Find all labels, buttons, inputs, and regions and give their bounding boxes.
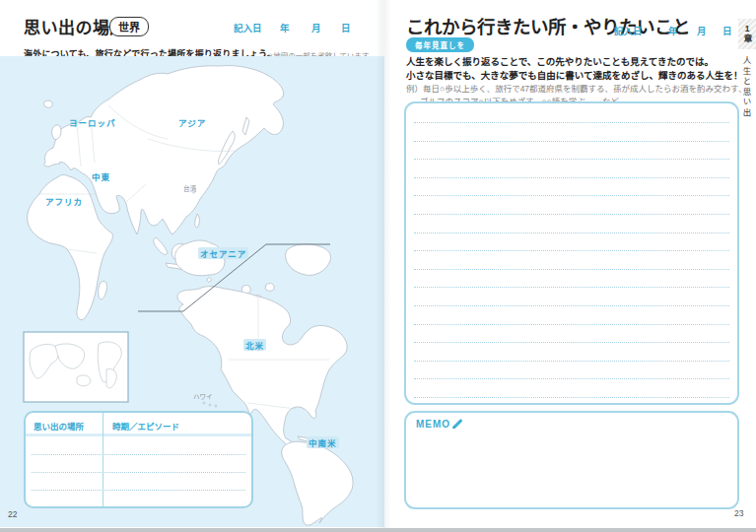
page-number-left: 22 <box>8 509 17 519</box>
left-date-month[interactable]: 月 <box>311 21 321 34</box>
goals-writing-area[interactable] <box>404 101 739 405</box>
left-date-year[interactable]: 年 <box>280 21 290 34</box>
table-writing-line[interactable] <box>32 454 245 455</box>
writing-line[interactable] <box>414 378 729 379</box>
table-header-episode: 時期／エピソード <box>112 420 179 432</box>
page-number-right: 23 <box>734 508 743 518</box>
writing-line[interactable] <box>414 287 729 288</box>
world-map: ヨーロッパ アジア 中東 アフリカ オセアニア 北米 中南米 台湾 ハワイ 思い… <box>0 56 384 527</box>
writing-line[interactable] <box>414 122 729 123</box>
intro-line-1: 人生を楽しく振り返ることで、この先やりたいことも見えてきたのでは。 <box>406 55 742 69</box>
right-page-title: これから行きたい所・やりたいこと <box>406 13 690 38</box>
right-date-year[interactable]: 年 <box>668 24 678 37</box>
map-label-middle-east: 中東 <box>92 170 110 182</box>
chapter-tab-title: 人生と思い出 <box>740 56 752 118</box>
writing-line[interactable] <box>414 195 729 196</box>
map-inset <box>24 332 128 402</box>
right-date-day[interactable]: 日 <box>722 24 732 37</box>
right-date-month[interactable]: 月 <box>697 24 707 37</box>
writing-line[interactable] <box>414 269 729 270</box>
map-label-latin-america: 中南米 <box>307 436 339 448</box>
map-label-asia: アジア <box>178 116 206 128</box>
left-date-day[interactable]: 日 <box>341 21 351 34</box>
writing-line[interactable] <box>414 214 729 215</box>
map-label-oceania: オセアニア <box>198 247 248 259</box>
writing-line[interactable] <box>414 361 729 362</box>
writing-line[interactable] <box>414 342 729 343</box>
writing-line[interactable] <box>414 250 729 251</box>
page-bottom-edge <box>0 528 756 532</box>
writing-line[interactable] <box>414 159 729 160</box>
table-header-place: 思い出の場所 <box>34 420 84 432</box>
map-label-europe: ヨーロッパ <box>69 116 116 128</box>
table-writing-line[interactable] <box>32 472 245 473</box>
writing-line[interactable] <box>414 397 729 398</box>
right-date-label: 記入日 <box>614 24 643 37</box>
writing-line[interactable] <box>414 141 729 142</box>
example-line-1: 例）毎日○歩以上歩く、旅行で47都道府県を制覇する、孫が成人したらお酒を酌み交わ… <box>406 83 746 96</box>
memo-label: MEMO <box>416 419 450 430</box>
right-intro-text: 人生を楽しく振り返ることで、この先やりたいことも見えてきたのでは。 小さな目標で… <box>406 55 742 82</box>
left-date-label: 記入日 <box>234 21 262 34</box>
memo-box[interactable]: MEMO <box>404 411 739 509</box>
table-header-band <box>26 433 251 436</box>
review-yearly-badge: 毎年見直しを <box>406 37 474 52</box>
intro-line-2: 小さな目標でも、大きな夢でも自由に書いて達成をめざし、輝きのある人生を！ <box>406 69 742 83</box>
chapter-tab-number[interactable]: 1章 <box>738 19 756 49</box>
table-writing-line[interactable] <box>32 490 245 491</box>
writing-line[interactable] <box>414 305 729 306</box>
map-label-north-america: 北米 <box>243 339 266 351</box>
pencil-icon <box>451 418 463 430</box>
left-title-tag-world: 世界 <box>109 17 149 36</box>
writing-line[interactable] <box>414 177 729 178</box>
writing-line[interactable] <box>414 233 729 233</box>
memory-places-table[interactable]: 思い出の場所 時期／エピソード <box>24 411 253 508</box>
map-label-hawaii: ハワイ <box>193 391 213 401</box>
table-column-divider <box>103 413 103 506</box>
map-label-africa: アフリカ <box>45 195 83 207</box>
writing-line[interactable] <box>414 324 729 325</box>
map-label-taiwan: 台湾 <box>183 183 196 193</box>
page-gutter <box>376 0 391 532</box>
